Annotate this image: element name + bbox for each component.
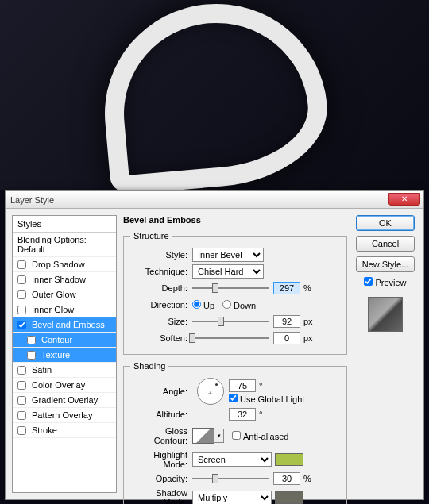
direction-label: Direction: (130, 300, 192, 310)
styles-item-pattern-overlay[interactable]: Pattern Overlay (13, 408, 116, 423)
angle-input[interactable] (229, 379, 256, 392)
titlebar[interactable]: Layer Style ✕ (6, 191, 423, 209)
styles-item-label: Pattern Overlay (32, 410, 92, 420)
styles-checkbox[interactable] (27, 351, 36, 360)
angle-dial[interactable]: + (197, 378, 224, 405)
styles-checkbox[interactable] (17, 321, 26, 329)
technique-label: Technique: (130, 267, 192, 276)
styles-item-label: Inner Glow (32, 305, 74, 314)
highlight-color-swatch[interactable] (275, 453, 303, 466)
styles-item-label: Color Overlay (32, 380, 85, 390)
styles-item-inner-glow[interactable]: Inner Glow (13, 302, 116, 317)
preview-swatch (368, 297, 403, 332)
altitude-input[interactable] (229, 408, 256, 421)
styles-item-label: Bevel and Emboss (32, 320, 105, 329)
styles-checkbox[interactable] (17, 366, 26, 375)
dialog-title: Layer Style (10, 195, 54, 205)
size-input[interactable] (273, 315, 300, 328)
styles-checkbox[interactable] (27, 336, 36, 344)
style-select[interactable]: Inner Bevel (192, 248, 264, 262)
shading-legend: Shading (130, 361, 168, 371)
styles-item-texture[interactable]: Texture (13, 348, 116, 363)
styles-checkbox[interactable] (17, 275, 26, 284)
styles-item-label: Texture (41, 350, 70, 360)
shadow-color-swatch[interactable] (275, 491, 303, 504)
gloss-contour-swatch[interactable] (192, 428, 214, 444)
depth-input[interactable] (273, 282, 300, 294)
styles-checkbox[interactable] (17, 396, 26, 405)
blending-options-item[interactable]: Blending Options: Default (13, 233, 116, 257)
styles-item-label: Outer Glow (32, 290, 76, 299)
styles-item-satin[interactable]: Satin (13, 363, 116, 378)
technique-select[interactable]: Chisel Hard (192, 264, 264, 279)
ok-button[interactable]: OK (356, 215, 415, 231)
shading-group: Shading Angle: + ° Use Global Light Alti… (123, 361, 347, 504)
styles-item-stroke[interactable]: Stroke (13, 423, 116, 438)
highlight-opacity-label: Opacity: (130, 474, 192, 483)
styles-list-panel: Styles Blending Options: Default Drop Sh… (12, 215, 117, 493)
highlight-mode-select[interactable]: Screen (192, 452, 272, 467)
preview-checkbox[interactable]: Preview (364, 277, 406, 287)
highlight-mode-label: Highlight Mode: (130, 450, 192, 469)
depth-label: Depth: (130, 283, 192, 293)
styles-item-bevel-and-emboss[interactable]: Bevel and Emboss (13, 317, 116, 333)
depth-unit: % (303, 283, 311, 293)
styles-item-outer-glow[interactable]: Outer Glow (13, 287, 116, 302)
size-unit: px (303, 317, 313, 326)
soften-slider[interactable] (192, 333, 269, 344)
bevel-title: Bevel and Emboss (123, 215, 347, 225)
styles-item-label: Inner Shadow (32, 275, 86, 284)
shadow-mode-label: Shadow Mode: (130, 488, 192, 504)
dialog-buttons-panel: OK Cancel New Style... Preview (354, 215, 417, 493)
styles-checkbox[interactable] (17, 260, 26, 269)
styles-checkbox[interactable] (17, 426, 26, 435)
highlight-opacity-input[interactable] (273, 472, 300, 485)
size-slider[interactable] (192, 316, 269, 327)
shadow-mode-select[interactable]: Multiply (192, 491, 272, 504)
global-light-checkbox[interactable]: Use Global Light (229, 394, 304, 404)
close-button[interactable]: ✕ (388, 193, 420, 206)
letter-d-graphic (96, 0, 334, 196)
styles-checkbox[interactable] (17, 411, 26, 420)
styles-checkbox[interactable] (17, 290, 26, 299)
styles-checkbox[interactable] (17, 306, 26, 314)
size-label: Size: (130, 317, 192, 326)
styles-item-color-overlay[interactable]: Color Overlay (13, 378, 116, 393)
layer-style-dialog: Layer Style ✕ Styles Blending Options: D… (5, 190, 424, 500)
styles-item-label: Contour (41, 335, 72, 344)
soften-label: Soften: (130, 333, 192, 343)
structure-group: Structure Style: Inner Bevel Technique: … (123, 231, 347, 355)
gloss-contour-label: Gloss Contour: (130, 426, 192, 445)
direction-up-radio[interactable]: Up (192, 300, 214, 310)
gloss-contour-dropdown[interactable]: ▾ (214, 429, 224, 443)
styles-item-label: Drop Shadow (32, 260, 85, 269)
styles-item-gradient-overlay[interactable]: Gradient Overlay (13, 393, 116, 408)
styles-header[interactable]: Styles (13, 216, 116, 233)
styles-item-label: Stroke (32, 425, 57, 435)
angle-label: Angle: (130, 387, 192, 396)
styles-item-label: Satin (32, 365, 52, 375)
depth-slider[interactable] (192, 283, 269, 294)
style-label: Style: (130, 250, 192, 260)
altitude-label: Altitude: (130, 410, 192, 419)
direction-down-radio[interactable]: Down (222, 300, 256, 310)
styles-item-label: Gradient Overlay (32, 395, 98, 405)
bevel-settings-panel: Bevel and Emboss Structure Style: Inner … (123, 215, 347, 493)
new-style-button[interactable]: New Style... (356, 256, 415, 272)
styles-checkbox[interactable] (17, 381, 26, 390)
highlight-opacity-slider[interactable] (192, 473, 269, 484)
soften-unit: px (303, 333, 313, 343)
cancel-button[interactable]: Cancel (356, 236, 415, 252)
styles-item-drop-shadow[interactable]: Drop Shadow (13, 257, 116, 272)
background-3d-render (0, 0, 429, 190)
antialiased-checkbox[interactable]: Anti-aliased (232, 431, 288, 441)
styles-item-contour[interactable]: Contour (13, 333, 116, 348)
styles-item-inner-shadow[interactable]: Inner Shadow (13, 272, 116, 287)
structure-legend: Structure (130, 231, 172, 240)
soften-input[interactable] (273, 332, 300, 344)
